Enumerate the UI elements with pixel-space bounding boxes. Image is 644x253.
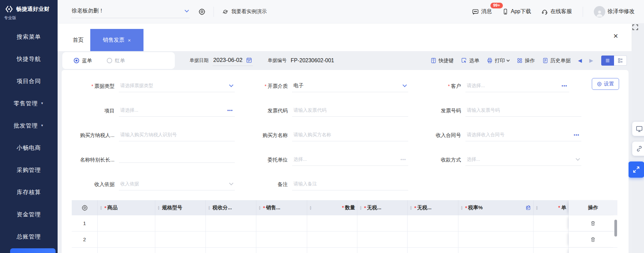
field-label: 收入依据 [62,181,119,188]
table-header-row: ▲▼ * 商品 ▲▼ 规格型号 ▲▼ 税收分... ▲▼ * 销售... ▲▼ … [72,200,617,215]
cell-tax-category[interactable] [206,215,256,231]
radio-red-invoice[interactable]: 红单 [107,58,125,64]
income-contract-select[interactable]: 请选择收入合同号 ••• [465,130,581,141]
cell-quantity[interactable] [307,215,357,231]
online-service-button[interactable]: 在线客服 [541,8,572,15]
delete-row-icon[interactable] [590,220,596,226]
help-panel-button[interactable] [632,122,644,136]
card-view-button[interactable] [614,56,627,66]
cell-sales[interactable] [256,215,307,231]
sort-icon[interactable]: ▲▼ [359,206,362,210]
sidebar-item-quick-nav[interactable]: 快捷导航 [0,48,58,70]
col-header-product[interactable]: ▲▼ * 商品 [98,200,155,215]
sidebar-item-ecommerce[interactable]: 小畅电商 [0,137,58,159]
sort-icon[interactable]: ▲▼ [410,206,412,210]
column-settings-gear-icon[interactable] [72,200,98,215]
doc-date-field[interactable]: 2023-06-02 [213,56,253,66]
history-docs-button[interactable]: 历史单据 [542,58,571,64]
cell-tax-category[interactable] [206,231,256,247]
required-mark: * [342,205,344,210]
col-header-tax-free-1[interactable]: ▲▼ * 无税... [357,200,408,215]
sort-icon[interactable]: ▲▼ [157,206,160,210]
delete-row-icon[interactable] [590,237,596,242]
sidebar-item-retail[interactable]: 零售管理▼ [0,92,58,114]
entrust-unit-select[interactable]: 选择... ••• [292,154,408,166]
col-header-tax-free-2[interactable]: ▲▼ * 无税... [408,200,458,215]
cell-product[interactable] [98,231,155,247]
settings-gear-icon[interactable] [198,8,205,15]
sort-icon[interactable]: ▲▼ [258,206,261,210]
sort-icon[interactable]: ▲▼ [309,206,312,210]
demo-link[interactable]: 我要看实例演示 [222,8,267,15]
invoice-code-input[interactable]: 请输入发票代码 [292,105,408,117]
bill-type-select[interactable]: 请选择票据类型 [119,81,235,92]
print-button[interactable]: 打印 [487,58,509,64]
tab-bar: 首页 销售发票 × × [58,24,632,51]
buyer-tax-id-input[interactable]: 请输入购买方纳税人识别号 [119,130,235,141]
cell-spec[interactable] [155,215,206,231]
list-view-button[interactable] [601,56,614,66]
cell-tax-free-2[interactable] [408,231,458,247]
sort-icon[interactable]: ▲▼ [536,206,538,210]
cell-tax-rate[interactable] [458,231,534,247]
settings-button[interactable]: 设置 [592,78,619,90]
tab-close-icon[interactable]: × [128,37,131,43]
customer-select[interactable]: 请选择... ••• [465,81,569,92]
pick-order-button[interactable]: 选单 [461,58,479,64]
long-name-input[interactable] [119,157,235,163]
income-basis-select[interactable]: 收入依据 [119,179,235,190]
project-select[interactable]: 请选择... ••• [119,105,235,117]
next-doc-icon[interactable]: ▶ [589,58,593,64]
sidebar-item-wholesale[interactable]: 批发管理▼ [0,114,58,137]
invoice-medium-select[interactable]: 电子 [292,80,408,92]
operations-button[interactable]: 操作 [517,58,535,64]
fullscreen-icon[interactable] [632,24,644,31]
col-header-quantity[interactable]: ▲▼ *数量 [307,200,357,215]
sort-icon[interactable]: ▲▼ [100,206,102,210]
payment-method-select[interactable]: 选择... [465,154,581,166]
company-selector[interactable]: 徐老板勿删！ [71,5,190,18]
sidebar-item-purchase[interactable]: 采购管理 [0,159,58,181]
topbar: 徐老板勿删！ 我要看实例演示 消息 99+ [58,0,644,24]
cell-unit-price[interactable] [534,231,569,247]
col-header-tax-category[interactable]: ▲▼ 税收分... [206,200,256,215]
cell-tax-free-1[interactable] [357,231,408,247]
expand-button[interactable] [628,161,644,178]
sidebar-item-project-contract[interactable]: 项目合同 [0,70,58,92]
col-header-unit-price[interactable]: ▲▼ *单 [534,200,569,215]
tab-sales-invoice[interactable]: 销售发票 × [90,29,143,51]
user-menu[interactable]: 徐泽华修改 [594,6,635,17]
sidebar-item-funds[interactable]: 资金管理 [0,203,58,225]
cell-tax-rate[interactable] [458,215,534,231]
cell-tax-free-1[interactable] [357,215,408,231]
sidebar-bottom-button[interactable] [10,248,56,253]
table-scrollbar[interactable] [614,220,617,237]
app-download-button[interactable]: App下载 [502,8,531,15]
col-header-sales[interactable]: ▲▼ * 销售... [256,200,307,215]
sidebar-item-ledger[interactable]: 总账管理 [0,225,58,248]
remark-input[interactable]: 请输入备注 [292,179,408,190]
sort-icon[interactable]: ▲▼ [208,206,211,210]
edit-icon[interactable] [525,205,531,211]
sort-icon[interactable]: ▲▼ [460,206,463,210]
cell-quantity[interactable] [307,231,357,247]
cell-unit-price[interactable] [534,215,569,231]
col-header-spec-model[interactable]: ▲▼ 规格型号 [155,200,206,215]
shortcut-keys-button[interactable]: 快捷键 [430,58,454,64]
prev-doc-icon[interactable]: ◀ [578,58,582,64]
link-button[interactable] [632,142,644,156]
sidebar-item-inventory[interactable]: 库存核算 [0,181,58,203]
radio-blue-invoice[interactable]: 蓝单 [74,58,92,64]
sidebar-item-search-menu[interactable]: 搜索菜单 [0,26,58,48]
tab-home[interactable]: 首页 [66,29,90,51]
cell-tax-free-2[interactable] [408,215,458,231]
invoice-number-input[interactable]: 请输入发票号码 [465,105,581,117]
calendar-icon[interactable] [246,57,252,63]
buyer-name-input[interactable]: 请输入购买方名称 [292,130,408,141]
cell-spec[interactable] [155,231,206,247]
cell-product[interactable] [98,215,155,231]
cell-sales[interactable] [256,231,307,247]
messages-button[interactable]: 消息 99+ [472,8,492,15]
col-header-tax-rate[interactable]: ▲▼ * 税率% [458,200,534,215]
close-page-icon[interactable]: × [613,32,618,40]
